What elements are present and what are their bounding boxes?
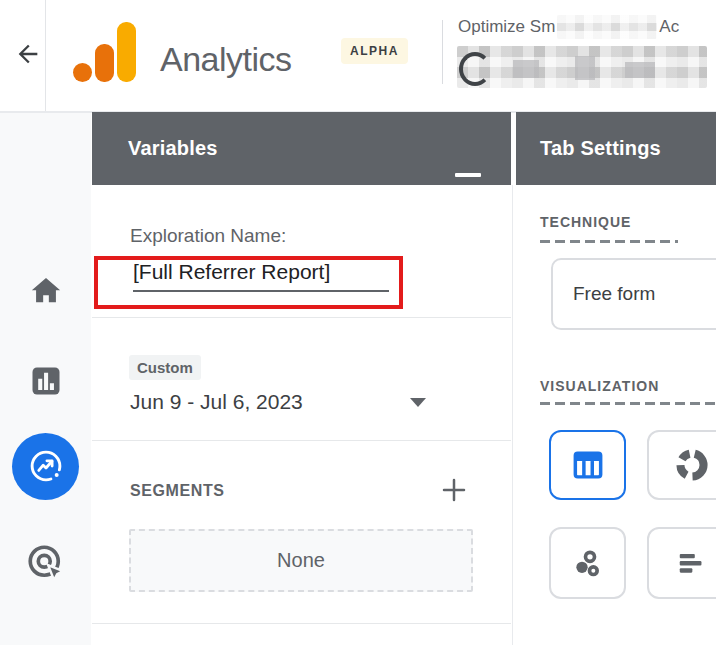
add-segment-button[interactable] [436, 472, 472, 508]
date-range-value: Jun 9 - Jul 6, 2023 [130, 390, 303, 414]
sidebar-item-advertising[interactable] [0, 521, 91, 605]
technique-label: TECHNIQUE [540, 214, 631, 230]
horizontal-bar-chart-icon [671, 542, 713, 584]
account-text-suffix: Ac [659, 17, 679, 37]
section-divider [92, 317, 511, 318]
chevron-down-icon [410, 398, 426, 407]
date-range-selector[interactable]: Jun 9 - Jul 6, 2023 [130, 390, 470, 414]
bar-chart-icon [28, 363, 64, 399]
technique-select[interactable]: Free form [551, 258, 716, 330]
sidebar-item-home[interactable] [0, 249, 91, 333]
home-icon [29, 274, 63, 308]
appbar-divider [442, 20, 443, 84]
sidebar-item-reports[interactable] [0, 339, 91, 423]
back-button[interactable] [10, 36, 46, 72]
viz-option-table[interactable] [549, 430, 626, 500]
analytics-logo-icon [73, 63, 92, 82]
alpha-badge: ALPHA [341, 38, 408, 64]
viz-option-bar-chart[interactable] [647, 527, 716, 599]
app-bar: Analytics ALPHA Optimize Sm Ac [0, 0, 716, 113]
redacted-glyph [513, 60, 539, 78]
plus-icon [439, 475, 469, 505]
variables-panel-title: Variables [128, 137, 218, 160]
left-nav [0, 113, 91, 645]
tab-settings-panel-header: Tab Settings [516, 112, 716, 185]
section-divider [92, 623, 511, 624]
ga-explorations-app: Analytics ALPHA Optimize Sm Ac [0, 0, 716, 645]
scatter-plot-icon [568, 543, 608, 583]
segments-empty-value: None [277, 549, 325, 572]
product-name: Analytics [160, 40, 292, 79]
analytics-logo-icon [117, 22, 136, 82]
redacted-glyph [625, 62, 655, 78]
account-text-prefix: Optimize Sm [458, 17, 555, 37]
exploration-name-input[interactable] [133, 258, 389, 292]
redacted-glyph [459, 52, 491, 86]
segments-label: SEGMENTS [130, 482, 225, 500]
redacted-property-name[interactable] [457, 46, 707, 88]
technique-label-underline [540, 240, 678, 243]
tab-settings-panel-title: Tab Settings [540, 137, 661, 160]
sidebar-item-explore[interactable] [0, 419, 91, 513]
active-nav-highlight [12, 433, 79, 500]
table-chart-icon [569, 446, 607, 484]
explore-compass-icon [26, 446, 66, 486]
analytics-logo-icon [95, 44, 114, 82]
visualization-label: VISUALIZATION [540, 378, 659, 394]
visualization-label-underline [540, 402, 716, 405]
account-breadcrumb[interactable]: Optimize Sm Ac [458, 14, 679, 40]
exploration-name-label: Exploration Name: [130, 225, 286, 247]
donut-chart-icon [671, 444, 713, 486]
minimize-panel-button[interactable] [452, 155, 484, 177]
panel-divider [512, 185, 513, 645]
date-range-type-badge: Custom [129, 355, 201, 380]
target-cursor-icon [25, 542, 67, 584]
section-divider [92, 440, 511, 441]
viz-option-donut-chart[interactable] [647, 430, 716, 500]
minimize-icon [455, 173, 481, 177]
appbar-divider [45, 0, 46, 111]
viz-option-scatter[interactable] [549, 527, 626, 599]
segments-drop-zone[interactable]: None [129, 529, 473, 592]
technique-selected-value: Free form [573, 283, 655, 305]
arrow-left-icon [14, 40, 42, 68]
variables-panel-header: Variables [92, 112, 511, 185]
redacted-account-text [557, 15, 657, 39]
redacted-glyph [575, 56, 595, 80]
